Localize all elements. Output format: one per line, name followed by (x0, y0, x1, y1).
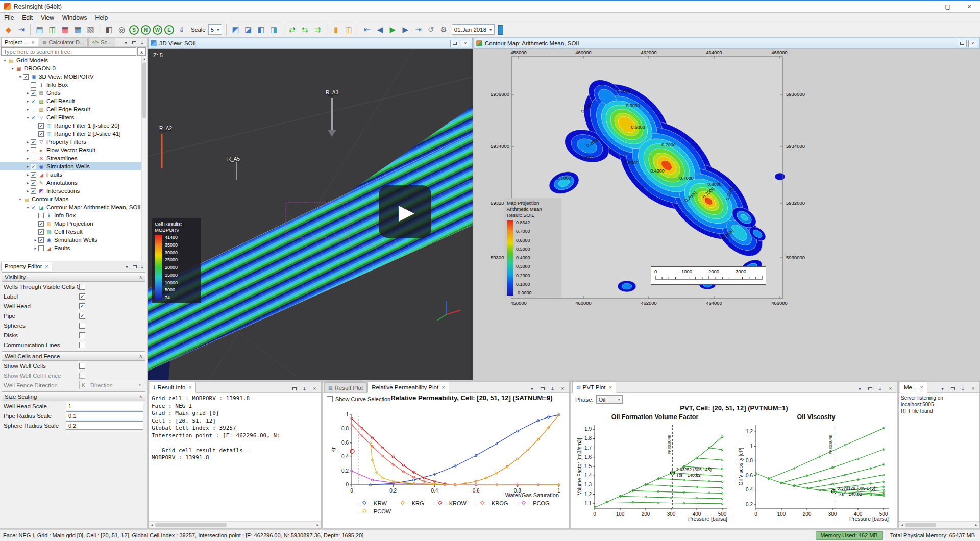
view-east-icon[interactable]: E (164, 25, 174, 35)
tab-result-info[interactable]: ℹ Result Info × (150, 382, 196, 393)
scrollbar-thumb[interactable] (142, 62, 146, 118)
pipe-radius-scale-field[interactable] (66, 411, 143, 420)
scroll-right-icon[interactable]: ▸ (973, 522, 979, 528)
section-header-size-scaling[interactable]: Size Scaling∧ (2, 391, 145, 401)
menu-view[interactable]: View (37, 14, 58, 22)
anim-next-icon[interactable]: ▶ (400, 24, 411, 36)
tab-result-plot[interactable]: ▤ Result Plot (324, 382, 367, 392)
tree-checkbox[interactable]: ✔ (38, 131, 44, 137)
minimize-button[interactable]: – (916, 1, 937, 12)
tree-checkbox[interactable]: ✔ (31, 90, 36, 96)
legend-item-pcow[interactable]: PCOW (359, 508, 391, 514)
view-iso-cube-icon[interactable]: ◨ (268, 24, 280, 36)
scrollbar-thumb[interactable] (155, 523, 227, 527)
tree-item-cell-filters[interactable]: ▾✔▽Cell Filters (0, 113, 147, 121)
legend-item-krog[interactable]: KROG (477, 500, 508, 506)
tree-item-map-projection[interactable]: ✔▧Map Projection (0, 219, 147, 228)
close-view-button[interactable]: × (461, 40, 470, 47)
close-tab-icon[interactable]: × (442, 384, 445, 390)
tree-expander-icon[interactable]: ▸ (25, 164, 31, 169)
tree-item-contour-maps[interactable]: ▾▤Contour Maps (0, 195, 147, 203)
sphere-radius-scale-field[interactable] (66, 421, 143, 430)
memory-used-indicator[interactable]: Memory Used: 462 MB (816, 531, 882, 540)
tree-expander-icon[interactable]: ▸ (33, 246, 38, 251)
tree-item-flow-vector-result[interactable]: ▸►Flow Vector Result (0, 146, 147, 154)
tree-checkbox[interactable]: ✔ (31, 205, 36, 210)
scroll-up-icon[interactable]: ▴ (142, 56, 147, 62)
tab-pvt-plot[interactable]: ▤ PVT Plot × (572, 382, 616, 393)
anim-settings-icon[interactable]: ⚙ (438, 24, 450, 36)
compare-views-icon[interactable]: ⇆ (299, 24, 311, 36)
import-case-icon[interactable]: ⇥ (15, 24, 27, 36)
tree-item-cell-result[interactable]: ✔▨Cell Result (0, 228, 147, 236)
collapse-icon[interactable]: ∧ (139, 354, 142, 359)
tree-expander-icon[interactable]: ▾ (25, 205, 31, 210)
open-project-icon[interactable]: ◆ (3, 24, 14, 36)
pin-panel-icon[interactable]: ↧ (876, 385, 884, 392)
tree-expander-icon[interactable]: ▸ (25, 181, 31, 185)
tree-expander-icon[interactable]: ▸ (25, 173, 31, 177)
scroll-left-icon[interactable]: ◂ (899, 522, 905, 528)
panel-menu-icon[interactable]: ▾ (856, 385, 864, 392)
tree-item-faults[interactable]: ▸◢Faults (0, 244, 147, 252)
menu-windows[interactable]: Windows (58, 14, 91, 22)
maximize-button[interactable]: ▢ (937, 1, 959, 12)
zoom-all-icon[interactable]: ◎ (116, 24, 128, 36)
tree-item-grids[interactable]: ▸✔▦Grids (0, 89, 147, 97)
tree-checkbox[interactable]: ✔ (31, 115, 36, 120)
plot-main-window-icon[interactable]: ▤ (34, 24, 45, 36)
tab-calculator[interactable]: ▦ Calculator D... (39, 38, 88, 46)
scroll-right-icon[interactable]: ▸ (314, 522, 321, 528)
tree-item-cell-result[interactable]: ▸✔▨Cell Result (0, 97, 147, 105)
panel-menu-icon[interactable]: ▾ (528, 385, 536, 392)
comparison-swap-icon[interactable]: ◫ (343, 24, 355, 36)
view-side-cube-icon[interactable]: ◪ (242, 24, 254, 36)
close-panel-icon[interactable]: × (969, 385, 977, 392)
tree-item-range-filter-2-j-slice-41[interactable]: ✔◫Range Filter 2 [J-slice 41] (0, 130, 147, 138)
show-well-cell-fence-checkbox[interactable] (79, 373, 85, 379)
pin-panel-icon[interactable]: ↧ (959, 385, 967, 392)
collapse-icon[interactable]: ∧ (139, 394, 142, 399)
tree-expander-icon[interactable]: ▾ (10, 66, 15, 71)
tree-checkbox[interactable]: ✔ (31, 164, 36, 169)
communication-lines-checkbox[interactable] (79, 342, 85, 348)
close-tab-icon[interactable]: × (188, 384, 191, 390)
well-head-scale-field[interactable] (66, 402, 143, 410)
tree-expander-icon[interactable]: ▸ (33, 238, 38, 242)
search-input[interactable] (1, 47, 136, 56)
legend-item-krow[interactable]: KROW (434, 500, 467, 506)
section-header-well-cells-and-fence[interactable]: Well Cells and Fence∧ (2, 351, 145, 361)
tree-checkbox[interactable]: ✔ (31, 180, 36, 186)
sync-visible-cells-icon[interactable]: ⇉ (312, 24, 324, 36)
menu-file[interactable]: File (0, 14, 18, 22)
tree-item-simulation-wells[interactable]: ▸✔◉Simulation Wells (0, 162, 147, 170)
tree-expander-icon[interactable]: ▸ (25, 99, 31, 104)
tree-item-info-box[interactable]: ℹInfo Box (0, 81, 147, 89)
tree-checkbox[interactable]: ✔ (38, 237, 44, 243)
panel-menu-icon[interactable]: ▾ (939, 385, 946, 392)
view-front-cube-icon[interactable]: ◩ (230, 24, 241, 36)
tree-expander-icon[interactable]: ▸ (25, 140, 31, 144)
horizontal-scrollbar[interactable]: ◂ ▸ (149, 521, 321, 528)
tab-relative-permeability-plot[interactable]: Relative Permeability Plot × (368, 382, 449, 393)
data-table-red-icon[interactable]: ▦ (59, 24, 71, 36)
tree-checkbox[interactable]: ✔ (38, 229, 44, 235)
tree-item-property-filters[interactable]: ▸✔▽Property Filters (0, 138, 147, 146)
anim-repeat-icon[interactable]: ↺ (425, 24, 437, 36)
show-well-cells-checkbox[interactable] (79, 363, 85, 369)
tree-item-intersections[interactable]: ▸✔◩Intersections (0, 187, 147, 195)
data-table-blue-icon[interactable]: ▦ (72, 24, 84, 36)
tree-checkbox[interactable]: ✔ (38, 123, 44, 129)
tree-expander-icon[interactable]: ▸ (25, 189, 31, 193)
pin-panel-icon[interactable]: ↧ (301, 385, 308, 392)
close-panel-icon[interactable]: × (887, 385, 894, 392)
scroll-left-icon[interactable]: ◂ (149, 522, 155, 528)
timestep-select[interactable]: 01.Jan 2018▾ (452, 24, 495, 35)
comparison-split-icon[interactable]: ▮ (330, 24, 342, 36)
tree-checkbox[interactable]: ✔ (38, 221, 44, 227)
pin-panel-icon[interactable]: ↧ (549, 385, 556, 392)
legend-item-pcog[interactable]: PCOG (518, 500, 549, 506)
close-tab-icon[interactable]: × (45, 263, 48, 269)
scrollbar-thumb[interactable] (905, 523, 936, 527)
view3d-viewport[interactable]: Z: 5 R_A2R_A5R_A3 ▶ Cell Results:MOBPORV… (148, 49, 473, 380)
